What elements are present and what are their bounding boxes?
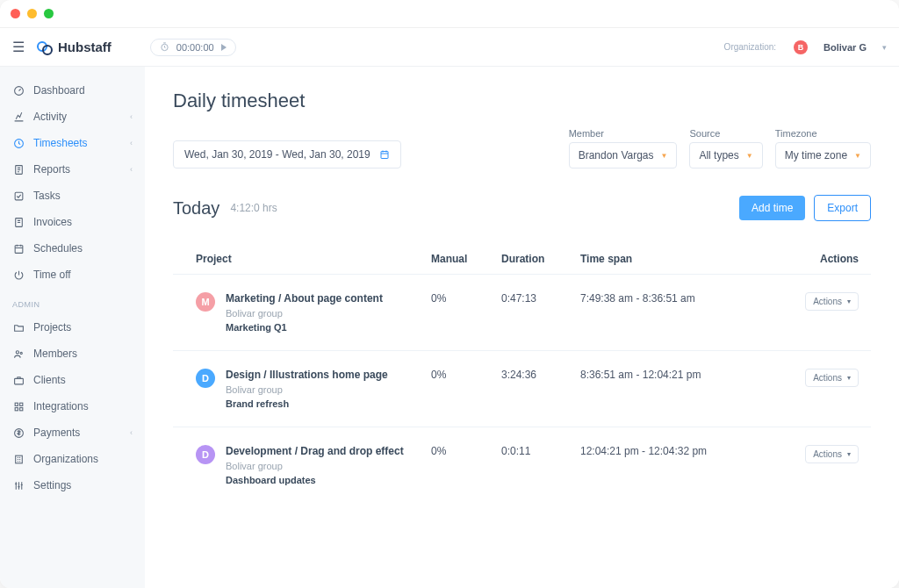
clock-icon <box>12 137 25 149</box>
actions-dropdown[interactable]: Actions ▾ <box>805 369 859 387</box>
sidebar-item-label: Members <box>33 348 77 360</box>
sidebar-item-label: Projects <box>33 321 71 333</box>
briefcase-icon <box>12 374 25 386</box>
sliders-icon <box>12 479 25 491</box>
org-label: Organization: <box>724 42 776 52</box>
add-time-button[interactable]: Add time <box>739 196 805 220</box>
today-row: Today 4:12:0 hrs Add time Export <box>173 195 871 221</box>
svg-rect-12 <box>15 407 18 410</box>
export-button[interactable]: Export <box>814 195 871 221</box>
invoice-icon <box>12 216 25 228</box>
date-range-value: Wed, Jan 30, 2019 - Wed, Jan 30, 2019 <box>184 148 370 161</box>
sidebar-item-timeoff[interactable]: Time off <box>0 262 145 288</box>
project-badge: D <box>196 445 215 464</box>
sidebar-item-reports[interactable]: Reports ‹ <box>0 156 145 183</box>
filter-member-label: Member <box>569 128 678 139</box>
table-row: M Marketing / About page content Bolivar… <box>173 275 871 351</box>
project-group: Bolivar group <box>226 461 404 471</box>
source-select[interactable]: All types ▼ <box>689 142 762 169</box>
sidebar-item-clients[interactable]: Clients <box>0 367 145 393</box>
actions-dropdown[interactable]: Actions ▾ <box>805 292 859 311</box>
window-titlebar <box>0 0 899 28</box>
sidebar-item-projects[interactable]: Projects <box>0 314 145 341</box>
sidebar-section-admin: ADMIN <box>0 288 145 314</box>
menu-icon[interactable]: ☰ <box>12 39 25 55</box>
sidebar-item-payments[interactable]: Payments ‹ <box>0 419 145 446</box>
users-icon <box>12 348 25 360</box>
maximize-icon[interactable] <box>44 9 54 18</box>
sidebar-item-members[interactable]: Members <box>0 341 145 367</box>
building-icon <box>12 453 25 465</box>
timer-widget[interactable]: 00:00:00 <box>150 39 236 56</box>
sidebar-item-organizations[interactable]: Organizations <box>0 446 145 472</box>
cell-duration: 0:47:13 <box>501 292 580 305</box>
sidebar-item-invoices[interactable]: Invoices <box>0 209 145 235</box>
chevron-left-icon: ‹ <box>130 165 133 174</box>
project-task: Brand refresh <box>226 398 388 409</box>
project-badge: M <box>196 292 215 312</box>
project-badge: D <box>196 369 215 388</box>
sidebar-item-timesheets[interactable]: Timesheets ‹ <box>0 130 145 156</box>
member-select[interactable]: Brandon Vargas ▼ <box>569 142 678 169</box>
project-task: Marketing Q1 <box>226 322 383 333</box>
chevron-down-icon: ▾ <box>847 450 851 458</box>
brand-name: Hubstaff <box>58 39 111 54</box>
brand-logo[interactable]: Hubstaff <box>37 39 111 55</box>
check-icon <box>12 190 25 202</box>
dollar-icon <box>12 427 25 439</box>
sidebar-item-settings[interactable]: Settings <box>0 472 145 498</box>
caret-down-icon: ▼ <box>746 152 753 160</box>
close-icon[interactable] <box>11 9 20 18</box>
file-icon <box>12 163 25 176</box>
date-range-picker[interactable]: Wed, Jan 30, 2019 - Wed, Jan 30, 2019 <box>173 140 401 169</box>
sidebar: Dashboard Activity ‹ Timesheets ‹ Report… <box>0 67 145 588</box>
stopwatch-icon <box>160 42 169 52</box>
project-name: Development / Drag and drop effect <box>226 445 404 457</box>
sidebar-item-label: Dashboard <box>33 84 85 97</box>
table-row: D Design / Illustrations home page Boliv… <box>173 351 871 427</box>
project-group: Bolivar group <box>226 384 388 395</box>
cell-manual: 0% <box>431 369 501 381</box>
cell-timespan: 8:36:51 am - 12:04:21 pm <box>580 369 788 381</box>
main-content: Daily timesheet Wed, Jan 30, 2019 - Wed,… <box>145 67 899 588</box>
chevron-left-icon: ‹ <box>130 112 133 121</box>
svg-rect-11 <box>19 403 22 405</box>
sidebar-item-dashboard[interactable]: Dashboard <box>0 77 145 104</box>
chart-icon <box>12 111 25 123</box>
cell-manual: 0% <box>431 445 501 457</box>
sidebar-item-label: Organizations <box>33 453 98 465</box>
cell-timespan: 12:04:21 pm - 12:04:32 pm <box>580 445 788 457</box>
filter-timezone-label: Timezone <box>775 128 871 139</box>
actions-dropdown[interactable]: Actions ▾ <box>805 445 859 463</box>
sidebar-item-label: Activity <box>33 111 67 123</box>
app-window: ☰ Hubstaff 00:00:00 Organization: B Boli… <box>0 0 899 588</box>
col-project: Project <box>185 253 431 265</box>
timezone-value: My time zone <box>785 149 847 161</box>
project-task: Dashboard updates <box>226 475 404 485</box>
sidebar-item-label: Tasks <box>33 190 61 202</box>
chevron-left-icon: ‹ <box>130 139 133 147</box>
sidebar-item-label: Invoices <box>33 216 72 228</box>
svg-point-7 <box>16 350 18 353</box>
org-name[interactable]: Bolivar G <box>823 42 867 53</box>
member-value: Brandon Vargas <box>579 149 654 161</box>
sidebar-item-tasks[interactable]: Tasks <box>0 183 145 209</box>
timezone-select[interactable]: My time zone ▼ <box>775 142 871 169</box>
project-group: Bolivar group <box>226 308 383 319</box>
chevron-down-icon[interactable]: ▾ <box>882 43 887 52</box>
caret-down-icon: ▼ <box>661 152 668 160</box>
timer-value: 00:00:00 <box>176 42 214 53</box>
sidebar-item-integrations[interactable]: Integrations <box>0 393 145 419</box>
minimize-icon[interactable] <box>27 9 37 18</box>
page-title: Daily timesheet <box>173 90 871 112</box>
calendar-icon <box>12 242 25 255</box>
grid-icon <box>12 400 25 412</box>
sidebar-item-label: Clients <box>33 374 66 386</box>
folder-icon <box>12 321 25 333</box>
sidebar-item-activity[interactable]: Activity ‹ <box>0 104 145 130</box>
sidebar-item-schedules[interactable]: Schedules <box>0 235 145 262</box>
source-value: All types <box>699 149 738 161</box>
avatar[interactable]: B <box>794 40 808 54</box>
chevron-down-icon: ▾ <box>847 298 851 305</box>
filter-source-label: Source <box>689 128 762 139</box>
